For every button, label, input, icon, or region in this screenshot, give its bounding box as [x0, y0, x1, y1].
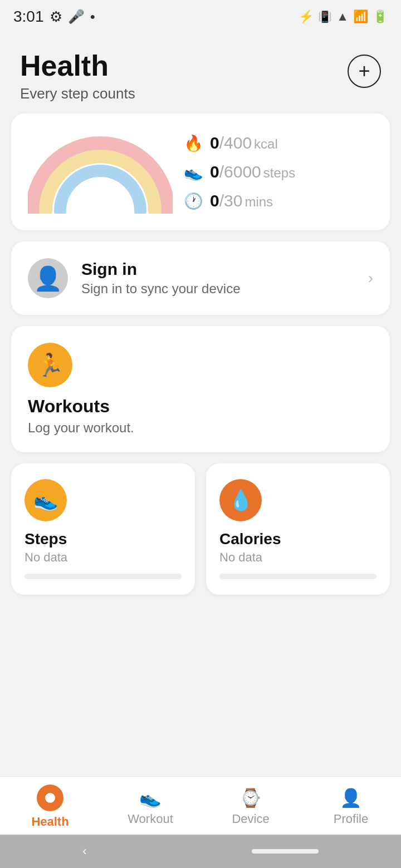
signin-text: Sign in Sign in to sync your device	[81, 260, 355, 297]
dot-icon: ●	[90, 12, 96, 22]
nav-label-device: Device	[232, 812, 269, 826]
steps-card[interactable]: 👟 Steps No data	[11, 463, 195, 595]
calories-goal: /400	[219, 134, 252, 152]
system-bar: ‹	[0, 835, 401, 868]
steps-unit: steps	[263, 165, 295, 180]
status-bar: 3:01 ⚙ 🎤 ● ⚡ 📳 ▲ 📶 🔋	[0, 0, 401, 33]
mins-current: 0	[210, 191, 219, 210]
steps-icon-circle: 👟	[25, 479, 67, 521]
calories-bar	[219, 574, 376, 579]
stats-list: 🔥 0/400kcal 👟 0/6000steps 🕐 0/30mins	[184, 134, 373, 210]
workout-icon-circle: 🏃	[28, 343, 72, 387]
nav-item-workout[interactable]: 👟 Workout	[117, 787, 184, 826]
steps-stat: 👟 0/6000steps	[184, 162, 373, 181]
calories-status: No data	[219, 550, 376, 565]
nav-label-workout: Workout	[128, 812, 173, 826]
health-dot-inner	[45, 793, 55, 803]
add-button[interactable]: +	[348, 55, 381, 88]
wifi-icon: ▲	[336, 9, 349, 24]
calories-icon-circle: 💧	[219, 479, 262, 521]
mins-stat: 🕐 0/30mins	[184, 191, 373, 210]
nav-icon-workout: 👟	[139, 787, 162, 808]
time-display: 3:01	[13, 8, 44, 26]
signin-subtitle: Sign in to sync your device	[81, 281, 355, 297]
nav-item-profile[interactable]: 👤 Profile	[317, 787, 384, 826]
bottom-nav: Health 👟 Workout ⌚ Device 👤 Profile	[0, 776, 401, 835]
page-header: Health Every step counts +	[0, 33, 401, 114]
calories-icon: 💧	[228, 489, 253, 512]
nav-icon-device: ⌚	[239, 787, 262, 808]
signin-card[interactable]: 👤 Sign in Sign in to sync your device ›	[11, 241, 390, 315]
calories-current: 0	[210, 134, 219, 152]
nav-label-health: Health	[31, 815, 69, 829]
vibrate-icon: 📳	[318, 10, 332, 23]
shoe-icon: 👟	[184, 163, 203, 181]
steps-title: Steps	[25, 530, 182, 548]
avatar: 👤	[28, 258, 68, 298]
workouts-card[interactable]: 🏃 Workouts Log your workout.	[11, 326, 390, 452]
stats-card: 🔥 0/400kcal 👟 0/6000steps 🕐 0/30mins	[11, 114, 390, 230]
steps-status: No data	[25, 550, 182, 565]
health-active-dot	[37, 785, 63, 811]
page-subtitle: Every step counts	[20, 85, 135, 102]
bluetooth-icon: ⚡	[299, 9, 314, 24]
workout-subtitle: Log your workout.	[28, 420, 373, 436]
calories-title: Calories	[219, 530, 376, 548]
calories-card[interactable]: 💧 Calories No data	[206, 463, 390, 595]
nav-icon-profile: 👤	[340, 787, 362, 808]
gear-icon: ⚙	[50, 8, 62, 26]
rainbow-graphic	[28, 130, 173, 214]
signin-title: Sign in	[81, 260, 355, 279]
steps-bar	[25, 574, 182, 579]
chevron-right-icon: ›	[368, 269, 373, 287]
run-icon: 🏃	[36, 352, 64, 378]
mic-icon: 🎤	[68, 9, 85, 24]
battery-icon: 🔋	[373, 9, 388, 24]
signal-icon: 📶	[353, 9, 368, 24]
nav-item-health[interactable]: Health	[17, 785, 84, 829]
home-pill[interactable]	[252, 849, 319, 854]
mins-unit: mins	[244, 194, 273, 209]
steps-current: 0	[210, 162, 219, 181]
plus-icon: +	[358, 60, 370, 83]
calories-unit: kcal	[254, 136, 278, 151]
metrics-grid: 👟 Steps No data 💧 Calories No data	[11, 463, 390, 595]
user-icon: 👤	[33, 265, 62, 292]
steps-icon: 👟	[33, 489, 58, 512]
flame-icon: 🔥	[184, 134, 203, 152]
nav-item-device[interactable]: ⌚ Device	[217, 787, 284, 826]
nav-label-profile: Profile	[334, 812, 368, 826]
steps-goal: /6000	[219, 162, 261, 181]
clock-icon: 🕐	[184, 192, 203, 210]
calories-stat: 🔥 0/400kcal	[184, 134, 373, 152]
page-title: Health	[20, 50, 135, 82]
workout-title: Workouts	[28, 396, 373, 417]
back-button[interactable]: ‹	[82, 844, 86, 859]
mins-goal: /30	[219, 191, 243, 210]
